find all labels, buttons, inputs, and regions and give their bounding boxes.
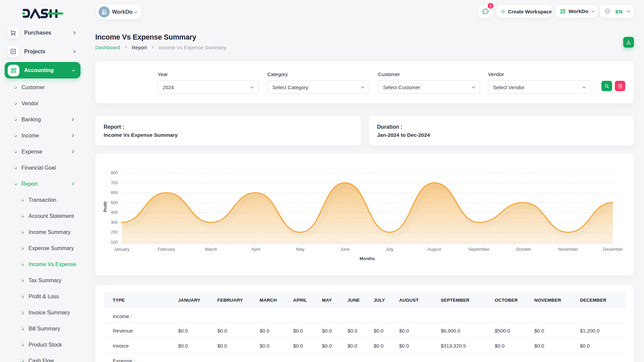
svg-text:400: 400 bbox=[111, 210, 118, 215]
svg-text:March: March bbox=[205, 247, 217, 252]
svg-text:January: January bbox=[114, 247, 130, 252]
svg-text:July: July bbox=[386, 247, 394, 252]
svg-text:100: 100 bbox=[111, 240, 118, 245]
svg-text:600: 600 bbox=[111, 190, 118, 195]
svg-text:300: 300 bbox=[111, 220, 118, 225]
svg-text:February: February bbox=[158, 247, 175, 252]
svg-text:May: May bbox=[296, 247, 305, 252]
svg-text:October: October bbox=[516, 247, 532, 252]
svg-text:August: August bbox=[427, 247, 441, 252]
svg-text:200: 200 bbox=[111, 230, 118, 235]
svg-text:November: November bbox=[558, 247, 579, 252]
svg-text:800: 800 bbox=[111, 171, 118, 175]
svg-text:September: September bbox=[468, 247, 490, 252]
svg-text:June: June bbox=[340, 247, 350, 252]
svg-text:500: 500 bbox=[111, 200, 118, 205]
svg-text:December: December bbox=[603, 247, 623, 252]
svg-text:April: April bbox=[251, 247, 260, 252]
svg-text:Months: Months bbox=[360, 256, 375, 261]
svg-text:700: 700 bbox=[111, 181, 118, 185]
svg-text:Profit: Profit bbox=[103, 201, 108, 212]
